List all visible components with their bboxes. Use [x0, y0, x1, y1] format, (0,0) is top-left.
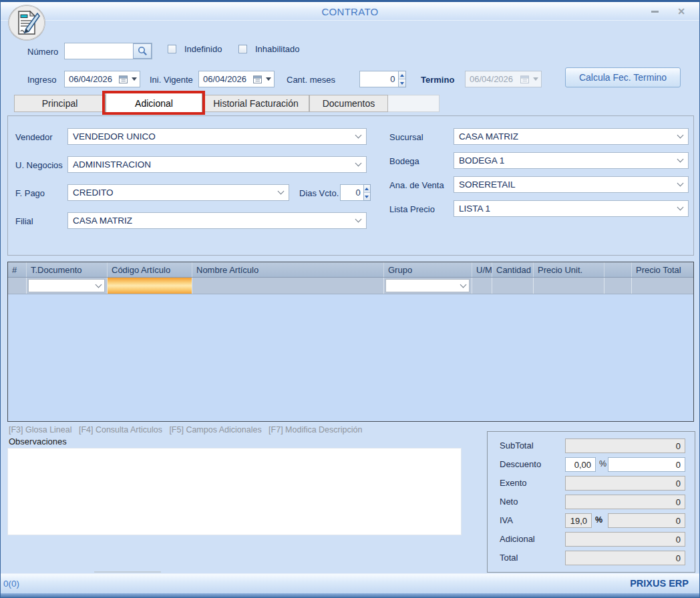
- sucursal-select[interactable]: CASA MATRIZ: [454, 128, 689, 145]
- window-bottom-strip: [1, 593, 699, 598]
- col-header-tdocumento: T.Documento: [27, 262, 108, 277]
- minimize-button[interactable]: [646, 5, 663, 18]
- col-header-cantidad: Cantidad: [492, 262, 534, 277]
- col-header-codigo-articulo: Código Artículo: [108, 262, 192, 277]
- lista-precio-select[interactable]: LISTA 1: [454, 200, 689, 217]
- totals-panel: SubTotal 0 Descuento 0,00 % 0 Exento 0 N…: [487, 431, 695, 573]
- f-pago-select[interactable]: CREDITO: [67, 184, 289, 201]
- chevron-down-icon: [96, 281, 102, 288]
- chevron-down-icon: [533, 77, 538, 81]
- calendar-icon: [253, 75, 262, 83]
- cantidad-cell[interactable]: [492, 278, 534, 294]
- filial-select[interactable]: CASA MATRIZ: [67, 212, 367, 229]
- table-row: [8, 278, 693, 294]
- calcula-fec-termino-button[interactable]: Calcula Fec. Termino: [565, 67, 681, 87]
- termino-datepicker: 06/04/2026: [465, 71, 542, 87]
- tab-documentos[interactable]: Documentos: [309, 95, 388, 112]
- contrato-window: CONTRATO ✕ Número In: [0, 0, 700, 598]
- lista-precio-label: Lista Precio: [389, 204, 435, 214]
- termino-date-value: 06/04/2026: [470, 74, 518, 84]
- search-button[interactable]: [133, 43, 152, 59]
- neto-field: 0: [565, 495, 685, 509]
- status-bar: 0(0) PRIXUS ERP: [1, 573, 699, 593]
- inhabilitado-label: Inhabilitado: [255, 44, 300, 54]
- ini-vigente-date-value: 06/04/2026: [203, 74, 250, 84]
- tab-adicional[interactable]: Adicional: [106, 93, 202, 113]
- observaciones-input[interactable]: [7, 448, 462, 535]
- f-pago-value: CREDITO: [73, 188, 279, 198]
- chevron-down-icon: [677, 156, 684, 163]
- spinner-up-button[interactable]: [364, 185, 370, 192]
- dias-vcto-input[interactable]: [340, 184, 364, 201]
- u-negocios-value: ADMINISTRACION: [73, 160, 356, 170]
- vendedor-select[interactable]: VENDEDOR UNICO: [67, 128, 367, 145]
- indefinido-checkbox-group[interactable]: Indefinido: [168, 44, 222, 54]
- tab-historial-facturacion[interactable]: Historial Facturación: [202, 95, 309, 112]
- bodega-select[interactable]: BODEGA 1: [454, 152, 689, 169]
- filial-label: Filial: [15, 216, 33, 226]
- nombre-articulo-cell[interactable]: [192, 278, 384, 294]
- f-pago-label: F. Pago: [15, 188, 45, 198]
- descuento-value-input[interactable]: 0: [608, 457, 685, 472]
- ingreso-datepicker[interactable]: 06/04/2026: [64, 71, 140, 87]
- exento-field: 0: [565, 476, 685, 491]
- neto-label: Neto: [500, 497, 518, 507]
- cant-meses-input[interactable]: [359, 71, 399, 87]
- dias-vcto-label: Dias Vcto.: [299, 188, 339, 198]
- cant-meses-label: Cant. meses: [287, 75, 335, 85]
- grupo-cell: [384, 278, 472, 294]
- sucursal-label: Sucursal: [389, 132, 423, 142]
- descuento-pct-input[interactable]: 0,00: [565, 457, 596, 472]
- cant-meses-spinner[interactable]: [359, 71, 406, 87]
- precio-unit-cell[interactable]: [534, 278, 604, 294]
- tdocumento-cell: [27, 278, 108, 294]
- chevron-down-icon: [677, 180, 684, 187]
- indefinido-label: Indefinido: [184, 44, 222, 54]
- iva-pct-field: 19,0: [565, 513, 592, 528]
- ini-vigente-datepicker[interactable]: 06/04/2026: [198, 71, 275, 87]
- chevron-down-icon: [677, 132, 684, 139]
- col-header-nombre-articulo: Nombre Artículo: [192, 262, 384, 277]
- grupo-combo[interactable]: [385, 279, 470, 292]
- indefinido-checkbox[interactable]: [168, 45, 176, 53]
- ingreso-date-value: 06/04/2026: [69, 74, 116, 84]
- ana-de-venta-select[interactable]: SORERETAIL: [454, 176, 689, 193]
- iva-pct-suffix: %: [595, 515, 602, 525]
- total-label: Total: [500, 553, 518, 563]
- tdocumento-combo[interactable]: [28, 279, 105, 292]
- total-field: 0: [565, 551, 685, 565]
- inhabilitado-checkbox[interactable]: [238, 45, 247, 53]
- descuento-pct-suffix: %: [599, 459, 606, 469]
- chevron-down-icon: [355, 160, 362, 167]
- vendedor-value: VENDEDOR UNICO: [73, 131, 356, 141]
- chevron-down-icon: [460, 281, 467, 288]
- precio-total-cell: [632, 278, 693, 294]
- subtotal-field: 0: [565, 438, 685, 453]
- um-cell: [472, 278, 492, 294]
- numero-label: Número: [27, 47, 58, 57]
- ui-artifact-line: [94, 571, 161, 573]
- record-count: 0(0): [3, 579, 19, 589]
- descuento-label: Descuento: [500, 459, 541, 469]
- col-header-precio-total: Precio Total: [632, 262, 693, 277]
- chevron-down-icon: [132, 77, 137, 81]
- bodega-value: BODEGA 1: [459, 156, 678, 166]
- close-button[interactable]: ✕: [673, 5, 690, 18]
- spinner-down-button[interactable]: [364, 192, 370, 200]
- spinner-up-button[interactable]: [399, 71, 405, 79]
- inhabilitado-checkbox-group[interactable]: Inhabilitado: [238, 44, 300, 54]
- chevron-down-icon: [278, 188, 285, 195]
- numero-field-wrap: [64, 43, 152, 59]
- observaciones-label: Observaciones: [9, 436, 67, 446]
- tab-principal[interactable]: Principal: [14, 95, 106, 112]
- codigo-articulo-cell-focused[interactable]: [108, 278, 192, 294]
- col-header-num: #: [8, 262, 27, 277]
- spinner-down-button[interactable]: [399, 79, 405, 87]
- termino-label: Termino: [421, 75, 454, 85]
- exento-label: Exento: [500, 478, 526, 488]
- brand-label: PRIXUS ERP: [630, 578, 689, 589]
- sucursal-value: CASA MATRIZ: [459, 131, 678, 141]
- u-negocios-select[interactable]: ADMINISTRACION: [67, 156, 367, 173]
- dias-vcto-spinner[interactable]: [340, 184, 371, 201]
- col-header-grupo: Grupo: [384, 262, 472, 277]
